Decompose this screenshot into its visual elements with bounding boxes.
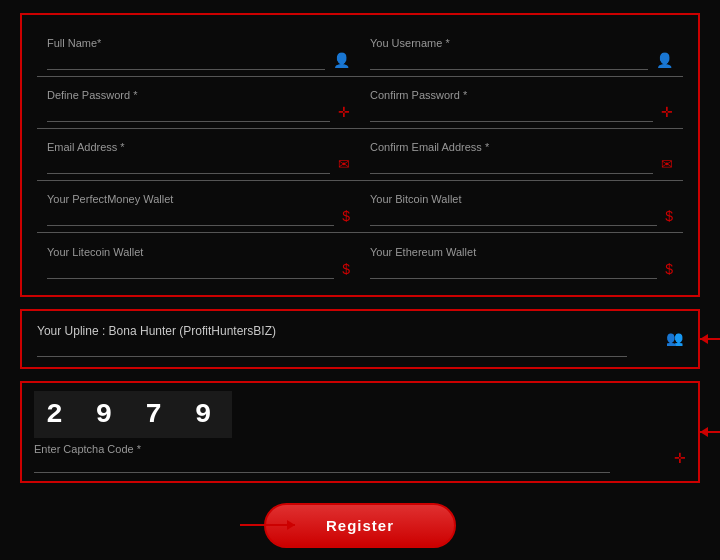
register-arrow [240,515,300,535]
bitcoin-field: Your Bitcoin Wallet $ [360,181,683,233]
svg-marker-5 [287,520,295,530]
svg-marker-3 [700,427,708,437]
svg-marker-1 [700,334,708,344]
group-icon: 👥 [666,330,683,346]
captcha-label: Enter Captcha Code * [34,443,674,455]
confirm-email-label: Confirm Email Address * [370,141,653,153]
bitcoin-input[interactable] [370,207,657,226]
upline-wrapper: Your Upline : Bona Hunter (ProfitHunters… [20,309,700,369]
upline-input[interactable] [37,342,627,357]
upline-arrow [698,329,720,349]
bitcoin-label: Your Bitcoin Wallet [370,193,657,205]
dollar-icon-4: $ [665,261,673,277]
define-password-label: Define Password * [47,89,330,101]
perfectmoney-input[interactable] [47,207,334,226]
define-password-input[interactable] [47,103,330,122]
email-icon-2: ✉ [661,156,673,172]
confirm-password-label: Confirm Password * [370,89,653,101]
username-input[interactable] [370,51,648,70]
litecoin-label: Your Litecoin Wallet [47,246,334,258]
email-label: Email Address * [47,141,330,153]
captcha-wrapper: 2 9 7 9 Enter Captcha Code * ✛ [20,381,700,483]
perfectmoney-field: Your PerfectMoney Wallet $ [37,181,360,233]
expand-icon: ✛ [338,104,350,120]
ethereum-field: Your Ethereum Wallet $ [360,233,683,285]
dollar-icon-3: $ [342,261,350,277]
username-field: You Username * 👤 [360,25,683,77]
dollar-icon: $ [342,208,350,224]
full-name-field: Full Name* 👤 [37,25,360,77]
fields-section: Full Name* 👤 You Username * 👤 Define Pas… [20,13,700,297]
captcha-input[interactable] [34,458,610,473]
person-icon-2: 👤 [656,52,673,68]
email-icon: ✉ [338,156,350,172]
person-icon: 👤 [333,52,350,68]
ethereum-input[interactable] [370,260,657,279]
fields-grid: Full Name* 👤 You Username * 👤 Define Pas… [37,25,683,285]
username-label: You Username * [370,37,648,49]
upline-inner: Your Upline : Bona Hunter (ProfitHunters… [37,321,658,357]
confirm-email-field: Confirm Email Address * ✉ [360,129,683,181]
ethereum-label: Your Ethereum Wallet [370,246,657,258]
perfectmoney-label: Your PerfectMoney Wallet [47,193,334,205]
expand-icon-2: ✛ [661,104,673,120]
register-section: Register [20,503,700,548]
email-field: Email Address * ✉ [37,129,360,181]
captcha-input-area: Enter Captcha Code * ✛ [34,443,686,473]
confirm-password-input[interactable] [370,103,653,122]
litecoin-field: Your Litecoin Wallet $ [37,233,360,285]
define-password-field: Define Password * ✛ [37,77,360,129]
email-input[interactable] [47,155,330,174]
captcha-arrow [698,422,720,442]
confirm-password-field: Confirm Password * ✛ [360,77,683,129]
upline-field: Your Upline : Bona Hunter (ProfitHunters… [20,309,700,369]
confirm-email-input[interactable] [370,155,653,174]
upline-label: Your Upline : Bona Hunter (ProfitHunters… [37,324,276,338]
full-name-input[interactable] [47,51,325,70]
captcha-box: 2 9 7 9 Enter Captcha Code * ✛ [20,381,700,483]
full-name-label: Full Name* [47,37,325,49]
refresh-icon: ✛ [674,450,686,466]
litecoin-input[interactable] [47,260,334,279]
captcha-display: 2 9 7 9 [34,391,232,438]
captcha-input-inner: Enter Captcha Code * [34,443,674,473]
registration-form: Full Name* 👤 You Username * 👤 Define Pas… [10,3,710,558]
dollar-icon-2: $ [665,208,673,224]
